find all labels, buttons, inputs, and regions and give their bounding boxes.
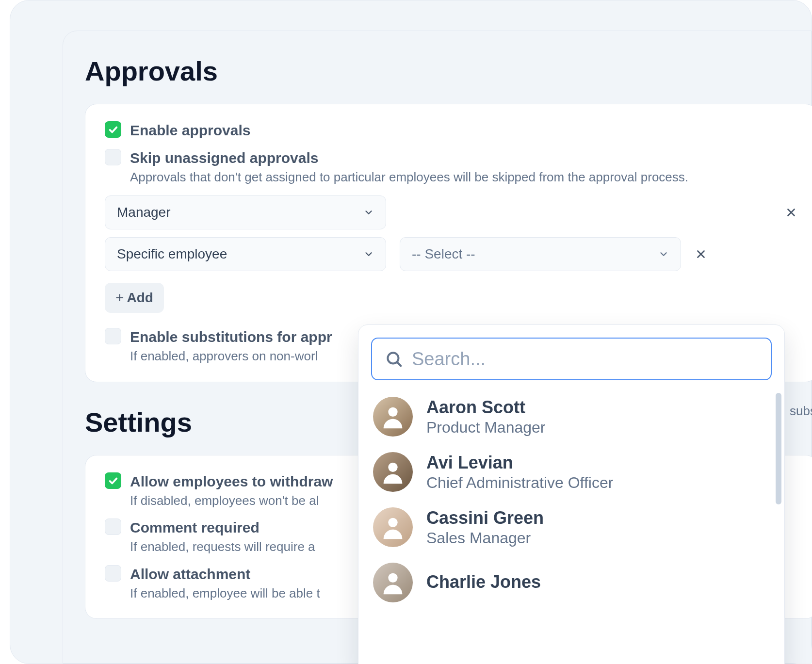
search-field-wrap[interactable]: [371, 338, 772, 380]
svg-point-7: [388, 463, 397, 472]
content-panel: Approvals Enable approvals Skip unassign…: [63, 31, 812, 664]
employee-dropdown: Aaron Scott Product Manager Avi Levian C…: [358, 324, 785, 664]
approver-employee-select-2[interactable]: -- Select --: [400, 237, 681, 271]
add-button-label: Add: [127, 290, 153, 306]
svg-line-5: [397, 362, 401, 366]
remove-row-2-button[interactable]: [695, 248, 707, 260]
add-approver-button[interactable]: + Add: [105, 283, 164, 313]
plus-icon: +: [115, 291, 124, 305]
svg-point-6: [388, 407, 397, 417]
allow-withdraw-checkbox[interactable]: [105, 472, 121, 489]
skip-unassigned-checkbox[interactable]: [105, 149, 121, 165]
substitutions-desc-tail: substitutor.: [790, 404, 812, 419]
employee-role: Chief Administrative Officer: [426, 474, 613, 492]
employee-name: Charlie Jones: [426, 572, 541, 592]
approver-type-value-1: Manager: [117, 205, 171, 220]
employee-option-1[interactable]: Avi Levian Chief Administrative Officer: [373, 452, 770, 492]
dropdown-scrollbar[interactable]: [776, 393, 781, 504]
remove-row-1-button[interactable]: [785, 206, 797, 219]
avatar: [373, 507, 413, 547]
employee-name: Cassini Green: [426, 508, 544, 528]
avatar: [373, 397, 413, 437]
approver-rows: Manager Specific employee -- Select --: [105, 195, 797, 271]
enable-substitutions-checkbox[interactable]: [105, 328, 121, 344]
avatar: [373, 563, 413, 602]
search-input[interactable]: [412, 349, 758, 370]
check-icon: [108, 475, 118, 486]
approvals-title: Approvals: [85, 55, 811, 87]
employee-name: Avi Levian: [426, 453, 613, 473]
employee-list: Aaron Scott Product Manager Avi Levian C…: [371, 393, 772, 606]
employee-name: Aaron Scott: [426, 397, 545, 418]
employee-role: Product Manager: [426, 419, 545, 437]
svg-point-9: [388, 573, 397, 583]
approver-employee-value-2: -- Select --: [412, 246, 475, 262]
avatar: [373, 452, 413, 492]
chevron-down-icon: [363, 207, 374, 218]
enable-approvals-row: Enable approvals: [105, 121, 797, 140]
allow-attachment-checkbox[interactable]: [105, 565, 121, 582]
comment-required-checkbox[interactable]: [105, 518, 121, 535]
enable-approvals-checkbox[interactable]: [105, 121, 121, 138]
skip-unassigned-label: Skip unassigned approvals: [130, 148, 797, 167]
check-icon: [108, 124, 118, 135]
employee-option-0[interactable]: Aaron Scott Product Manager: [373, 397, 770, 437]
chevron-down-icon: [658, 249, 669, 259]
employee-option-3[interactable]: Charlie Jones: [373, 563, 770, 602]
approver-row-1: Manager: [105, 195, 797, 229]
approver-row-2: Specific employee -- Select --: [105, 237, 797, 271]
employee-role: Sales Manager: [426, 529, 544, 547]
svg-point-8: [388, 518, 397, 527]
outer-card: Approvals Enable approvals Skip unassign…: [10, 0, 812, 664]
enable-approvals-label: Enable approvals: [130, 121, 797, 140]
approver-type-select-1[interactable]: Manager: [105, 195, 386, 229]
approver-type-value-2: Specific employee: [117, 246, 227, 262]
chevron-down-icon: [363, 249, 374, 259]
search-icon: [385, 350, 403, 368]
skip-unassigned-row: Skip unassigned approvals Approvals that…: [105, 148, 797, 186]
skip-unassigned-desc: Approvals that don't get assigned to par…: [130, 168, 797, 186]
approver-type-select-2[interactable]: Specific employee: [105, 237, 386, 271]
employee-option-2[interactable]: Cassini Green Sales Manager: [373, 507, 770, 547]
